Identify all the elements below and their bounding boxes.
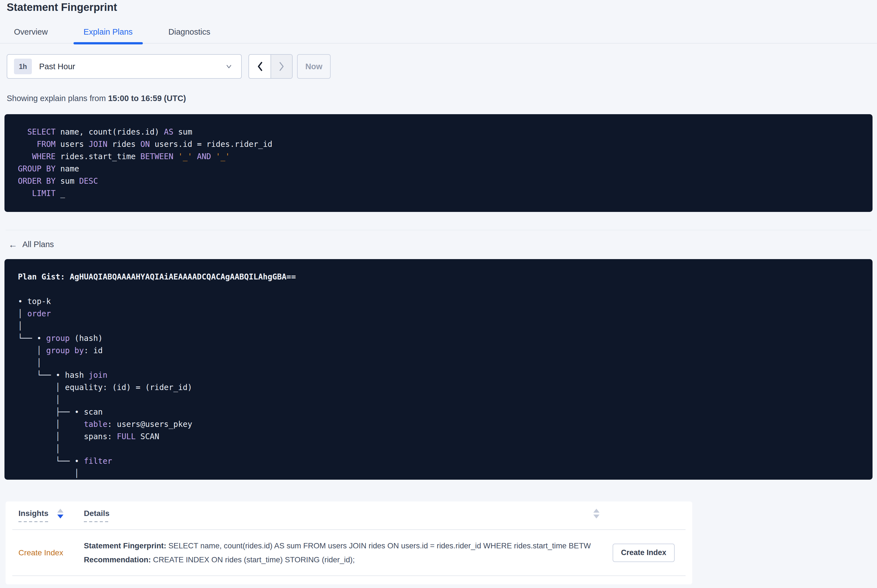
showing-range-value: 15:00 to 16:59 (UTC) bbox=[108, 94, 186, 103]
insights-table-card: Insights Details Create Index Statement … bbox=[6, 501, 692, 584]
tab-diagnostics[interactable]: Diagnostics bbox=[158, 21, 221, 43]
plan-gist-block: Plan Gist: AgHUAQIABQAAAAHYAQIAiAEAAAADC… bbox=[5, 259, 872, 480]
sql-statement-block: SELECT name, count(rides.id) AS sum FROM… bbox=[5, 114, 872, 212]
column-header-insights[interactable]: Insights bbox=[12, 509, 84, 522]
tab-overview[interactable]: Overview bbox=[4, 21, 58, 43]
time-range-label: Past Hour bbox=[39, 62, 75, 71]
tab-bar: Overview Explain Plans Diagnostics bbox=[0, 21, 877, 44]
arrow-left-icon: ← bbox=[8, 240, 17, 249]
previous-interval-button[interactable] bbox=[249, 55, 271, 78]
time-range-badge: 1h bbox=[14, 58, 32, 74]
page-title: Statement Fingerprint bbox=[0, 0, 877, 14]
tab-explain-plans[interactable]: Explain Plans bbox=[74, 21, 143, 43]
sort-icon-insights[interactable] bbox=[57, 509, 63, 519]
all-plans-back-link[interactable]: ← All Plans bbox=[8, 240, 54, 249]
insight-type-link[interactable]: Create Index bbox=[12, 548, 84, 557]
showing-range-text: Showing explain plans from 15:00 to 16:5… bbox=[7, 94, 877, 103]
section-divider bbox=[6, 230, 871, 230]
statement-fingerprint-line: Statement Fingerprint: SELECT name, coun… bbox=[84, 539, 591, 553]
chevron-left-icon bbox=[257, 61, 263, 72]
column-header-details[interactable]: Details bbox=[84, 509, 602, 522]
sort-icon-details[interactable] bbox=[593, 509, 599, 519]
insight-details-cell: Statement Fingerprint: SELECT name, coun… bbox=[84, 539, 602, 567]
table-row: Create Index Statement Fingerprint: SELE… bbox=[12, 530, 686, 576]
time-selector-row: 1h Past Hour Now bbox=[7, 54, 877, 79]
all-plans-label: All Plans bbox=[23, 240, 54, 249]
next-interval-button[interactable] bbox=[271, 55, 292, 78]
create-index-button[interactable]: Create Index bbox=[612, 544, 675, 562]
recommendation-line: Recommendation: CREATE INDEX ON rides (s… bbox=[84, 553, 591, 567]
showing-range-prefix: Showing explain plans from bbox=[7, 94, 108, 103]
insights-table-header: Insights Details bbox=[12, 501, 686, 530]
chevron-right-icon bbox=[278, 61, 285, 72]
now-button[interactable]: Now bbox=[297, 54, 331, 79]
row-actions-cell: Create Index bbox=[602, 544, 686, 562]
time-range-select[interactable]: 1h Past Hour bbox=[7, 54, 242, 79]
chevron-down-icon bbox=[225, 63, 233, 70]
time-pager bbox=[248, 54, 293, 79]
